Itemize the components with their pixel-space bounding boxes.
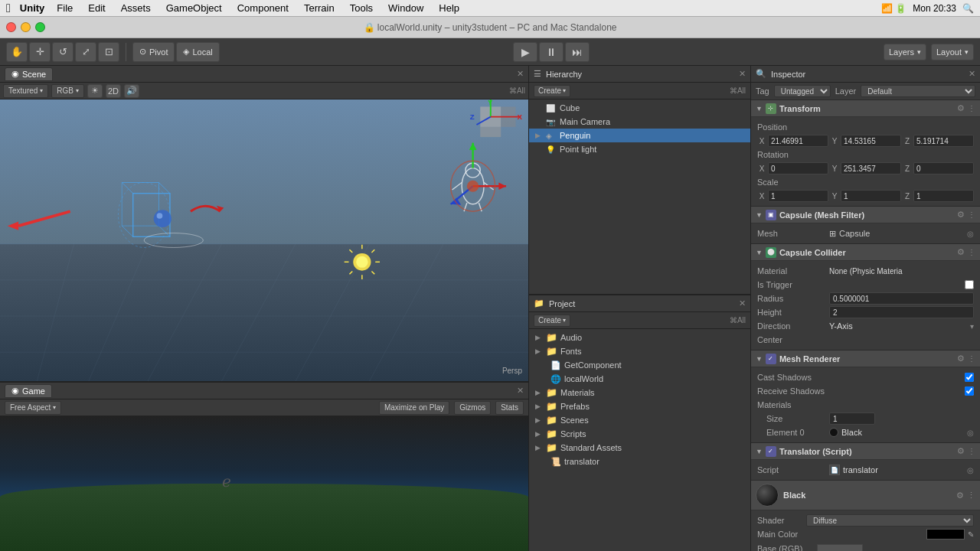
gizmos-button[interactable]: Gizmos	[454, 401, 491, 415]
hierarchy-item-cube[interactable]: ⬜ Cube	[529, 101, 750, 115]
inspector-panel-close[interactable]: ✕	[969, 69, 975, 79]
step-button[interactable]: ⏭	[565, 42, 590, 62]
scene-view[interactable]: ◉ Scene ✕ Textured RGB ☀ 2D 🔊 ⌘All	[0, 66, 528, 383]
project-folder-audio[interactable]: ▶ 📁 Audio	[529, 331, 750, 344]
scene-2d-toggle[interactable]: 2D	[106, 84, 121, 98]
element0-selector-icon[interactable]: ◎	[967, 429, 974, 437]
menu-file[interactable]: File	[54, 2, 76, 14]
mesh-selector-icon[interactable]: ◎	[967, 230, 974, 238]
mesh-filter-component-header[interactable]: ▼ ▣ Capsule (Mesh Filter) ⚙ ⋮	[751, 207, 980, 223]
meshfilter-gear-icon[interactable]: ⚙	[957, 210, 965, 220]
mesh-renderer-component-header[interactable]: ▼ ✓ Mesh Renderer ⚙ ⋮	[751, 350, 980, 367]
apple-menu[interactable]: 	[6, 2, 11, 15]
rotate-tool[interactable]: ↺	[52, 42, 74, 62]
material-settings-icon[interactable]: ⚙	[956, 491, 964, 500]
meshfilter-settings-icon[interactable]: ⋮	[968, 210, 975, 219]
cast-shadows-checkbox[interactable]	[965, 373, 974, 382]
hierarchy-item-pointlight[interactable]: 💡 Point light	[529, 142, 750, 156]
render-mode-dropdown[interactable]: Textured	[3, 84, 48, 98]
renderer-settings-icon[interactable]: ⋮	[968, 354, 975, 363]
menu-window[interactable]: Window	[385, 2, 426, 14]
search-icon[interactable]: 🔍	[962, 3, 974, 14]
direction-dropdown-icon[interactable]: ▾	[970, 322, 974, 331]
hierarchy-content[interactable]: ⬜ Cube 📷 Main Camera ▶ ◈ Penguin 💡 Point	[529, 99, 750, 294]
project-folder-standard-assets[interactable]: ▶ 📁 Standard Assets	[529, 441, 750, 455]
menu-edit[interactable]: Edit	[85, 2, 108, 14]
menu-component[interactable]: Component	[234, 2, 292, 14]
maximize-on-play-button[interactable]: Maximize on Play	[379, 401, 449, 415]
rot-z-input[interactable]	[913, 162, 974, 174]
layers-dropdown[interactable]: Layers	[884, 44, 926, 60]
project-folder-fonts[interactable]: ▶ 📁 Fonts	[529, 344, 750, 358]
transform-gear-icon[interactable]: ⚙	[957, 103, 965, 113]
game-viewport[interactable]: ℯ	[0, 416, 528, 551]
project-content[interactable]: ▶ 📁 Audio ▶ 📁 Fonts 📄 GetComponent 🌐 loc…	[529, 329, 750, 551]
scale-z-input[interactable]	[913, 190, 974, 202]
maximize-button[interactable]	[35, 22, 45, 32]
stats-button[interactable]: Stats	[495, 401, 524, 415]
translator-gear-icon[interactable]: ⚙	[957, 446, 965, 456]
game-view[interactable]: ◉ Game ✕ Free Aspect Maximize on Play Gi…	[0, 383, 528, 551]
translator-settings-icon[interactable]: ⋮	[968, 447, 975, 455]
move-tool[interactable]: ✛	[29, 42, 51, 62]
scene-light-toggle[interactable]: ☀	[87, 84, 103, 98]
hierarchy-item-penguin[interactable]: ▶ ◈ Penguin	[529, 129, 750, 142]
collider-settings-icon[interactable]: ⋮	[968, 248, 975, 256]
local-button[interactable]: ◈ Local	[176, 42, 219, 62]
collider-gear-icon[interactable]: ⚙	[957, 247, 965, 257]
menu-help[interactable]: Help	[436, 2, 462, 14]
app-name[interactable]: Unity	[20, 2, 45, 14]
receive-shadows-checkbox[interactable]	[965, 386, 974, 396]
height-input[interactable]	[829, 306, 974, 318]
pause-button[interactable]: ⏸	[539, 42, 564, 62]
hierarchy-create-btn[interactable]: Create	[534, 85, 570, 97]
scale-x-input[interactable]	[768, 190, 828, 202]
scale-tool[interactable]: ⤢	[75, 42, 96, 62]
script-selector-icon[interactable]: ◎	[967, 466, 974, 474]
game-tab[interactable]: ◉ Game	[5, 384, 52, 398]
texture-slot[interactable]: None (Texture2D)	[817, 544, 863, 551]
radius-input[interactable]	[829, 292, 974, 305]
menu-terrain[interactable]: Terrain	[301, 2, 338, 14]
project-file-getcomponent[interactable]: 📄 GetComponent	[529, 358, 750, 372]
transform-settings-icon[interactable]: ⋮	[968, 104, 975, 112]
rot-y-input[interactable]	[841, 162, 901, 174]
renderer-gear-icon[interactable]: ⚙	[957, 354, 965, 364]
layout-dropdown[interactable]: Layout	[931, 44, 974, 60]
translator-component-header[interactable]: ▼ ✓ Translator (Script) ⚙ ⋮	[751, 443, 980, 460]
project-file-localworld[interactable]: 🌐 localWorld	[529, 372, 750, 386]
material-expand-icon[interactable]: ⋮	[967, 491, 975, 500]
pos-z-input[interactable]	[913, 135, 974, 147]
capsule-collider-component-header[interactable]: ▼ ⚪ Capsule Collider ⚙ ⋮	[751, 244, 980, 261]
close-button[interactable]	[6, 22, 16, 32]
pos-x-input[interactable]	[768, 135, 828, 147]
game-panel-close[interactable]: ✕	[517, 386, 524, 396]
project-folder-prefabs[interactable]: ▶ 📁 Prefabs	[529, 399, 750, 413]
menu-tools[interactable]: Tools	[347, 2, 376, 14]
scene-tab[interactable]: ◉ Scene	[5, 67, 53, 81]
aspect-dropdown[interactable]: Free Aspect	[5, 401, 61, 415]
rot-x-input[interactable]	[768, 162, 828, 174]
pivot-button[interactable]: ⊙ Pivot	[132, 42, 175, 62]
size-input[interactable]	[829, 412, 875, 425]
rect-tool[interactable]: ⊡	[98, 42, 119, 62]
minimize-button[interactable]	[21, 22, 31, 32]
scale-y-input[interactable]	[841, 190, 901, 202]
project-create-btn[interactable]: Create	[534, 315, 570, 327]
menu-gameobject[interactable]: GameObject	[163, 2, 225, 14]
transform-component-header[interactable]: ▼ ⊹ Transform ⚙ ⋮	[751, 100, 980, 117]
play-button[interactable]: ▶	[513, 42, 537, 62]
project-panel-close[interactable]: ✕	[739, 298, 746, 308]
pos-y-input[interactable]	[841, 135, 901, 147]
scene-3d-viewport[interactable]: Y X Z Persp	[0, 99, 528, 381]
menu-assets[interactable]: Assets	[118, 2, 154, 14]
project-folder-materials[interactable]: ▶ 📁 Materials	[529, 386, 750, 399]
hierarchy-panel-close[interactable]: ✕	[739, 69, 746, 79]
project-file-translator[interactable]: 📜 translator	[529, 455, 750, 468]
scene-audio-toggle[interactable]: 🔊	[124, 84, 139, 98]
color-space-dropdown[interactable]: RGB	[51, 84, 84, 98]
layer-select[interactable]: Default	[861, 85, 975, 97]
shader-select[interactable]: Diffuse	[806, 514, 974, 527]
hierarchy-item-camera[interactable]: 📷 Main Camera	[529, 115, 750, 129]
hand-tool[interactable]: ✋	[6, 42, 28, 62]
